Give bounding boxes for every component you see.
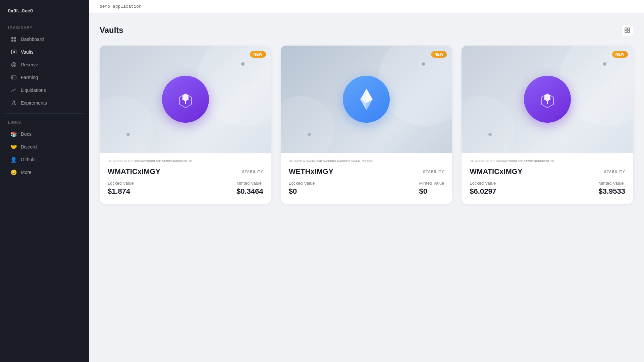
vault-card-image-2: NEW	[281, 46, 452, 153]
svg-rect-4	[11, 50, 16, 54]
svg-point-8	[13, 64, 15, 66]
liquidations-icon	[11, 87, 17, 93]
minted-amount-3: $3.9533	[598, 187, 625, 196]
vault-values-row-3: Locked Value $6.0297 Minted Value $3.953…	[470, 181, 625, 196]
svg-point-7	[12, 63, 16, 67]
reserve-icon	[11, 62, 17, 68]
section-label-imaginary: IMAGINARY	[0, 25, 89, 33]
matic-logo-svg-3	[536, 87, 559, 111]
content-area: Vaults NEW	[89, 13, 644, 362]
locked-amount-2: $0	[289, 187, 315, 196]
svg-rect-2	[11, 40, 13, 42]
sidebar-item-dashboard[interactable]: Dashboard	[3, 33, 86, 46]
vault-card-2[interactable]: NEW 0X7429147A434750F543386F649D82E5844E…	[281, 46, 452, 204]
grid-view-button[interactable]	[621, 24, 633, 36]
sidebar-item-liquidations[interactable]: Liquidations	[3, 84, 86, 97]
topbar-label: demo application	[100, 4, 142, 9]
wallet-address: 0x9f...0ce0	[0, 8, 89, 23]
locked-label-3: Locked Value	[470, 181, 496, 186]
page-header: Vaults	[100, 24, 633, 36]
new-badge-2: NEW	[431, 51, 447, 58]
sidebar-item-docs[interactable]: 📚 Docs	[3, 128, 86, 140]
sidebar-item-github[interactable]: 👤 Github	[3, 153, 86, 166]
locked-value-col-3: Locked Value $6.0297	[470, 181, 496, 196]
sidebar-item-label: Vaults	[21, 49, 34, 55]
sidebar-item-more[interactable]: 😊 More	[3, 166, 86, 179]
sidebar-item-experiments[interactable]: Expirements	[3, 97, 86, 109]
sidebar-item-vaults[interactable]: Vaults	[3, 46, 86, 58]
svg-rect-13	[625, 28, 627, 30]
locked-value-col-1: Locked Value $1.874	[108, 181, 134, 196]
stability-label-1: STABILITY	[242, 170, 263, 174]
vault-card-body-1: 0X393C616FC71DBC44230BDF5315C9924680859F…	[100, 153, 271, 204]
vault-name-row-1: WMATICxIMGY STABILITY	[108, 167, 263, 176]
vaults-grid: NEW 0X393C616FC71DBC44230BDF5315C9924680…	[100, 46, 633, 204]
sidebar-item-label: Expirements	[21, 100, 47, 106]
matic-logo-svg	[174, 87, 197, 111]
vault-address-3: 0X393C616FC71DBC44230BDF5315C9924680859F…	[470, 160, 625, 163]
locked-label-2: Locked Value	[289, 181, 315, 186]
sidebar-item-farming[interactable]: Farming	[3, 71, 86, 84]
vault-name-2: WETHxIMGY	[289, 167, 333, 176]
stability-label-2: STABILITY	[423, 170, 444, 174]
new-badge-1: NEW	[250, 51, 266, 58]
sidebar: 0x9f...0ce0 IMAGINARY Dashboard Vaults	[0, 0, 89, 362]
minted-amount-1: $0.3464	[236, 187, 263, 196]
minted-value-col-2: Minted Value $0	[419, 181, 444, 196]
vault-card-body-3: 0X393C616FC71DBC44230BDF5315C9924680859F…	[462, 153, 633, 204]
vault-card-3[interactable]: NEW 0X393C616FC71DBC44230BDF5315C9924680…	[462, 46, 633, 204]
eth-logo-svg	[357, 87, 376, 112]
coin-icon-matic-1	[162, 76, 209, 123]
minted-label-1: Minted Value	[236, 181, 263, 186]
vault-name-row-3: WMATICxIMGY STABILITY	[470, 167, 625, 176]
sidebar-item-label: Dashboard	[21, 37, 44, 42]
sidebar-item-label: Github	[21, 157, 35, 162]
farming-icon	[11, 74, 17, 80]
new-badge-3: NEW	[612, 51, 628, 58]
svg-rect-14	[628, 28, 630, 30]
dot-decoration	[422, 62, 425, 66]
svg-rect-15	[625, 31, 627, 33]
dot-decoration	[603, 62, 606, 66]
svg-rect-0	[11, 37, 13, 39]
sidebar-item-label: More	[21, 170, 32, 175]
svg-rect-16	[628, 31, 630, 33]
dot-decoration	[308, 133, 311, 136]
more-icon: 😊	[11, 169, 17, 175]
sidebar-item-reserve[interactable]: Reserve	[3, 58, 86, 71]
grid-icon	[625, 27, 630, 33]
sidebar-item-discord[interactable]: 🤝 Discord	[3, 140, 86, 153]
vault-values-row-2: Locked Value $0 Minted Value $0	[289, 181, 444, 196]
stability-label-3: STABILITY	[604, 170, 625, 174]
vault-address-2: 0X7429147A434750F543386F649D82E5844E7BCD…	[289, 160, 444, 163]
vault-address-1: 0X393C616FC71DBC44230BDF5315C9924680859F…	[108, 160, 263, 163]
sidebar-item-label: Reserve	[21, 62, 38, 67]
discord-icon: 🤝	[11, 144, 17, 150]
page-title: Vaults	[100, 25, 123, 35]
dot-decoration	[488, 133, 492, 136]
main-content: demo application Vaults NEW	[89, 0, 644, 362]
minted-value-col-3: Minted Value $3.9533	[598, 181, 625, 196]
vault-name-row-2: WETHxIMGY STABILITY	[289, 167, 444, 176]
minted-amount-2: $0	[419, 187, 444, 196]
vault-name-3: WMATICxIMGY	[470, 167, 522, 176]
svg-rect-3	[14, 40, 16, 42]
vaults-icon	[11, 49, 17, 55]
locked-amount-3: $6.0297	[470, 187, 496, 196]
github-icon: 👤	[11, 157, 17, 163]
coin-icon-eth-2	[343, 76, 390, 123]
minted-value-col-1: Minted Value $0.3464	[236, 181, 263, 196]
vault-card-1[interactable]: NEW 0X393C616FC71DBC44230BDF5315C9924680…	[100, 46, 271, 204]
vault-card-image-1: NEW	[100, 46, 271, 153]
vault-name-1: WMATICxIMGY	[108, 167, 160, 176]
section-label-links: LINKS	[0, 120, 89, 128]
sidebar-item-label: Liquidations	[21, 87, 46, 93]
sidebar-item-label: Docs	[21, 131, 32, 137]
locked-value-col-2: Locked Value $0	[289, 181, 315, 196]
experiments-icon	[11, 100, 17, 106]
dot-decoration	[241, 62, 245, 66]
docs-icon: 📚	[11, 131, 17, 137]
locked-label-1: Locked Value	[108, 181, 134, 186]
svg-rect-1	[14, 37, 16, 39]
sidebar-divider	[5, 113, 84, 114]
